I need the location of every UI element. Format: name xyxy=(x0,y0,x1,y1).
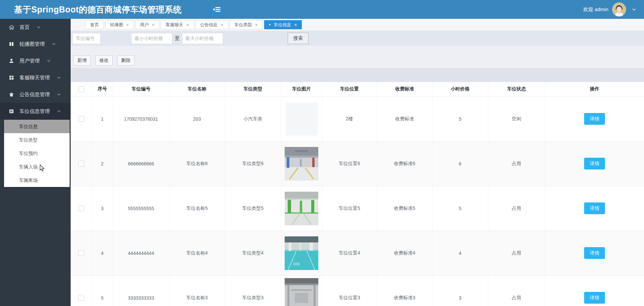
fee-standard: 收费标准6 xyxy=(377,141,432,186)
parking-image xyxy=(286,103,318,136)
parking-image: 005 xyxy=(285,236,318,270)
sidebar-subitem[interactable]: 车位类型 xyxy=(4,133,70,147)
tab-label: 公告信息 xyxy=(200,22,218,28)
column-header: 车位名称 xyxy=(169,82,225,97)
add-button[interactable]: 新增 xyxy=(73,55,91,66)
sidebar-item[interactable]: 车位信息管理 xyxy=(0,103,71,120)
status-text: 占用 xyxy=(488,186,545,231)
fee-standard: 收费标准3 xyxy=(377,275,432,306)
user-icon xyxy=(8,58,14,64)
tab-label: 车位类型 xyxy=(235,22,252,28)
parking-code-input[interactable] xyxy=(72,33,101,44)
close-icon[interactable]: × xyxy=(294,23,297,27)
row-index: 2 xyxy=(92,141,113,186)
sidebar-item-label: 车位信息管理 xyxy=(20,108,50,115)
image-label: 005 xyxy=(293,262,300,266)
close-icon[interactable]: × xyxy=(126,23,129,27)
chevron-up-icon xyxy=(57,110,61,112)
parking-code: 3333333333 xyxy=(113,275,169,306)
parking-type: 车位类型4 xyxy=(225,231,281,275)
parking-type: 车位类型3 xyxy=(225,275,281,306)
parking-table: 序号车位编号车位名称车位类型车位图片车位位置收费标准小时价格车位状态操作 117… xyxy=(71,82,644,306)
close-icon[interactable]: × xyxy=(255,23,258,27)
detail-button[interactable]: 详情 xyxy=(584,202,605,214)
tab[interactable]: 公告信息× xyxy=(195,20,228,29)
tab[interactable]: 客服聊天× xyxy=(161,20,193,29)
tab-label: 客服聊天 xyxy=(166,22,183,28)
row-actions: 详情 xyxy=(545,231,644,275)
detail-button[interactable]: 详情 xyxy=(584,113,605,125)
sidebar-submenu: 车位信息车位类型车位预约车辆入场车辆离场 xyxy=(4,120,70,187)
parking-name: 203 xyxy=(169,97,225,141)
sidebar-item[interactable]: 轮播图管理 xyxy=(0,36,71,52)
sidebar-subitem[interactable]: 车辆离场 xyxy=(4,174,70,187)
select-all-checkbox[interactable] xyxy=(78,86,84,92)
fee-standard: 收费标准 xyxy=(377,97,432,141)
app-window: 基于SpringBoot的德百商城停车场管理系统 欢迎 admin xyxy=(0,0,644,306)
fee-standard: 收费标准5 xyxy=(377,186,432,231)
column-header: 车位位置 xyxy=(322,82,377,97)
sidebar-item-label: 公告信息管理 xyxy=(20,91,50,98)
sidebar-subitem[interactable]: 车位信息 xyxy=(4,120,70,133)
close-icon[interactable]: × xyxy=(221,23,223,27)
avatar xyxy=(612,2,626,16)
row-index: 5 xyxy=(92,275,113,306)
close-icon[interactable]: × xyxy=(186,23,189,27)
hour-price: 4 xyxy=(432,231,488,275)
row-actions: 详情 xyxy=(545,97,644,141)
row-index: 4 xyxy=(92,231,113,275)
delete-button[interactable]: 删除 xyxy=(117,55,135,66)
parking-location: 车位位置5 xyxy=(322,186,377,231)
detail-button[interactable]: 详情 xyxy=(584,247,605,259)
sidebar-item[interactable]: 客服聊天管理 xyxy=(0,69,71,86)
tab[interactable]: 首页 xyxy=(85,20,104,29)
column-header: 车位图片 xyxy=(281,82,322,97)
row-select-cell xyxy=(71,97,92,141)
sidebar: 首页轮播图管理用户管理客服聊天管理公告信息管理车位信息管理 车位信息车位类型车位… xyxy=(0,19,71,306)
parking-name: 车位名称6 xyxy=(169,141,225,186)
detail-button[interactable]: 详情 xyxy=(584,158,605,169)
parking-type: 车位类型5 xyxy=(225,186,281,231)
detail-button[interactable]: 详情 xyxy=(584,292,605,304)
select-all-cell xyxy=(71,82,92,97)
edit-button[interactable]: 修改 xyxy=(95,55,113,66)
search-bar: 至 搜索 xyxy=(71,31,644,46)
sidebar-item[interactable]: 用户管理 xyxy=(0,52,71,69)
user-menu[interactable]: 欢迎 admin xyxy=(583,2,636,16)
row-checkbox[interactable] xyxy=(78,295,84,301)
row-checkbox[interactable] xyxy=(78,161,84,166)
parking-image xyxy=(285,147,318,181)
sidebar-subitem[interactable]: 车辆入场 xyxy=(4,160,70,174)
tab[interactable]: 轮播图× xyxy=(105,20,134,29)
column-header: 序号 xyxy=(92,82,113,97)
row-index: 1 xyxy=(92,97,113,141)
chevron-down-icon xyxy=(47,60,50,62)
app-header: 基于SpringBoot的德百商城停车场管理系统 欢迎 admin xyxy=(0,0,644,19)
sidebar-item[interactable]: 公告信息管理 xyxy=(0,86,71,103)
parking-image-cell xyxy=(281,186,322,231)
parking-location: 车位位置4 xyxy=(322,231,377,275)
row-checkbox[interactable] xyxy=(78,116,84,122)
row-checkbox[interactable] xyxy=(78,250,84,256)
table-row: 35555555555车位名称5车位类型5车位位置5收费标准55占用详情 xyxy=(71,186,644,231)
tab[interactable]: 用户× xyxy=(135,20,159,29)
close-icon[interactable]: × xyxy=(152,23,154,27)
row-checkbox[interactable] xyxy=(78,205,84,211)
tab[interactable]: 车位类型× xyxy=(230,20,262,29)
tab-label: 轮播图 xyxy=(110,22,123,28)
collapse-sidebar-icon[interactable] xyxy=(213,6,221,13)
min-hour-price-input[interactable] xyxy=(131,33,172,44)
parking-code: 5555555555 xyxy=(113,186,169,231)
tab-label: 用户 xyxy=(140,22,149,28)
parking-code: 1709270376031 xyxy=(113,97,169,141)
max-hour-price-input[interactable] xyxy=(182,33,223,44)
status-text: 占用 xyxy=(488,231,545,275)
tab[interactable]: ●车位信息× xyxy=(264,20,302,29)
sidebar-subitem[interactable]: 车位预约 xyxy=(4,147,70,160)
sidebar-item[interactable]: 首页 xyxy=(0,19,71,36)
column-header: 车位类型 xyxy=(225,82,281,97)
sidebar-item-label: 客服聊天管理 xyxy=(20,75,50,81)
search-button[interactable]: 搜索 xyxy=(288,33,309,44)
parking-image-cell: 005 xyxy=(281,231,322,275)
chevron-down-icon xyxy=(57,77,61,79)
